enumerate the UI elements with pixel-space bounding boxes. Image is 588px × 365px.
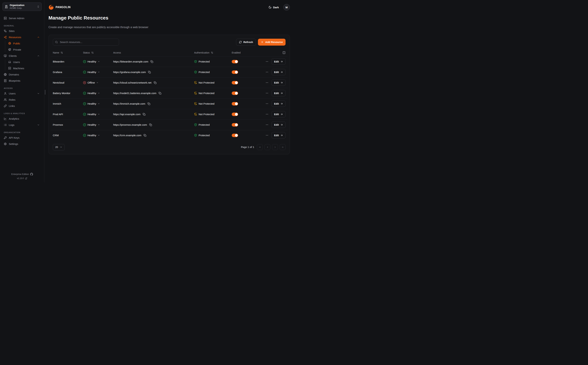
add-resource-button[interactable]: Add Resource (258, 39, 286, 46)
sidebar-item-server-admin[interactable]: Server Admin (2, 15, 42, 21)
copy-url-button[interactable] (142, 112, 146, 116)
sidebar-item-domains[interactable]: Domains (2, 71, 42, 77)
sidebar-item-label: Users (9, 92, 15, 95)
copy-url-button[interactable] (148, 70, 151, 74)
enabled-toggle[interactable] (232, 70, 238, 74)
external-link-icon[interactable] (25, 177, 27, 180)
first-page-button[interactable] (257, 144, 263, 150)
resource-name: Nextcloud (53, 81, 64, 84)
enabled-toggle[interactable] (232, 60, 238, 63)
table-header-row: Name Status Access Authentication Enable… (51, 49, 288, 56)
scrollbar-thumb[interactable] (45, 90, 45, 95)
sidebar-item-client-users[interactable]: Users (2, 59, 42, 65)
sidebar-item-blueprints[interactable]: Blueprints (2, 77, 42, 84)
copy-url-button[interactable] (153, 81, 157, 84)
column-header-authentication[interactable]: Authentication (192, 51, 230, 54)
copy-icon (150, 60, 153, 63)
sidebar-item-roles[interactable]: Roles (2, 97, 42, 103)
sidebar-item-analytics[interactable]: Analytics (2, 115, 42, 122)
copy-url-button[interactable] (158, 91, 162, 95)
sidebar-item-links[interactable]: Links (2, 103, 42, 109)
row-menu-button[interactable] (265, 91, 269, 95)
status-dropdown[interactable]: Healthy (83, 134, 100, 137)
sort-icon (91, 51, 94, 54)
edit-button[interactable]: Edit (272, 58, 286, 65)
row-menu-button[interactable] (265, 112, 269, 116)
enabled-toggle[interactable] (232, 102, 238, 105)
status-dropdown[interactable]: Healthy (83, 60, 100, 63)
search-icon (55, 41, 58, 43)
sidebar-item-clients[interactable]: Clients (2, 53, 42, 59)
avatar[interactable]: M (283, 4, 290, 11)
sidebar-item-label: Private (13, 48, 21, 51)
row-menu-button[interactable] (265, 59, 269, 64)
edit-button[interactable]: Edit (272, 69, 286, 75)
row-menu-button[interactable] (265, 80, 269, 85)
status-dropdown[interactable]: Healthy (83, 123, 100, 126)
copy-icon (148, 102, 150, 105)
arrow-right-icon (280, 123, 283, 126)
sidebar-item-users[interactable]: Users (2, 90, 42, 97)
status-dropdown[interactable]: Offline (83, 81, 98, 84)
shield-check-icon (194, 71, 197, 74)
ellipsis-icon (266, 92, 268, 95)
column-visibility-button[interactable] (250, 51, 288, 54)
sidebar-item-settings[interactable]: Settings (2, 141, 42, 147)
sidebar-item-resources[interactable]: Resources (2, 34, 42, 40)
search-box (53, 39, 119, 46)
enabled-toggle[interactable] (232, 123, 238, 126)
sidebar-item-private[interactable]: Private (2, 46, 42, 53)
edit-button[interactable]: Edit (272, 79, 286, 86)
page-size-value: 20 (55, 146, 58, 148)
sidebar-item-logs[interactable]: Logs (2, 122, 42, 128)
authentication-cell: Protected (192, 134, 230, 137)
last-page-button[interactable] (280, 144, 286, 150)
status-dropdown[interactable]: Healthy (83, 102, 100, 105)
sidebar-item-api-keys[interactable]: API Keys (2, 134, 42, 141)
enabled-toggle[interactable] (232, 112, 238, 116)
resources-card: Refresh Add Resource Name Status (48, 35, 290, 154)
sidebar-item-sites[interactable]: Sites (2, 28, 42, 34)
github-icon[interactable] (30, 173, 33, 175)
row-menu-button[interactable] (265, 133, 269, 137)
enabled-toggle[interactable] (232, 134, 238, 137)
edit-button[interactable]: Edit (272, 132, 286, 139)
copy-url-button[interactable] (150, 60, 154, 63)
auth-label: Protected (198, 71, 210, 74)
row-menu-button[interactable] (265, 102, 269, 106)
copy-url-button[interactable] (147, 102, 151, 105)
edit-button[interactable]: Edit (272, 111, 286, 117)
enabled-cell (230, 91, 250, 95)
previous-page-button[interactable] (265, 144, 270, 150)
edit-button[interactable]: Edit (272, 122, 286, 128)
status-dropdown[interactable]: Healthy (83, 71, 100, 74)
enabled-toggle[interactable] (232, 81, 238, 84)
row-menu-button[interactable] (265, 70, 269, 74)
column-header-name[interactable]: Name (51, 51, 81, 54)
auth-label: Protected (198, 123, 210, 126)
refresh-button[interactable]: Refresh (236, 39, 256, 46)
status-dropdown[interactable]: Healthy (83, 92, 100, 95)
page-size-select[interactable]: 20 (53, 144, 65, 150)
server-icon (8, 67, 11, 70)
auth-label: Not Protected (198, 92, 214, 95)
enabled-toggle[interactable] (232, 91, 238, 95)
org-switcher[interactable]: Organization ACME Corp. (2, 2, 42, 11)
search-input[interactable] (60, 40, 117, 44)
edit-button[interactable]: Edit (272, 90, 286, 96)
row-menu-button[interactable] (265, 123, 269, 127)
next-page-button[interactable] (272, 144, 278, 150)
edit-button[interactable]: Edit (272, 100, 286, 107)
edit-label: Edit (274, 60, 279, 63)
copy-url-button[interactable] (149, 123, 152, 126)
arrow-right-icon (280, 113, 283, 115)
sidebar-item-machines[interactable]: Machines (2, 65, 42, 71)
chevron-down-icon (98, 124, 100, 126)
copy-icon (144, 134, 146, 137)
theme-toggle-button[interactable]: Dark (267, 6, 280, 9)
copy-url-button[interactable] (143, 134, 147, 137)
status-dropdown[interactable]: Healthy (83, 113, 100, 116)
sidebar-item-public[interactable]: Public (2, 40, 42, 46)
column-header-status[interactable]: Status (81, 51, 111, 54)
chevron-up-icon (37, 36, 40, 38)
